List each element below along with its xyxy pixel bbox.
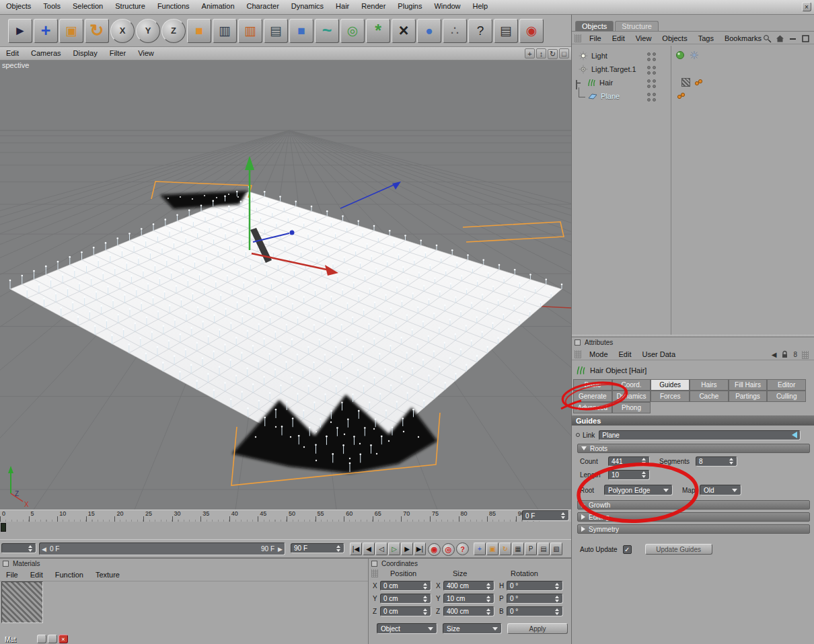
panel-grip-icon[interactable] (802, 351, 809, 359)
key-position-toggle[interactable]: + (474, 542, 486, 555)
history-back-icon[interactable]: ◀ (772, 351, 777, 358)
spinner[interactable] (554, 583, 560, 590)
collapsed-section-header[interactable]: Symmetry (577, 524, 810, 534)
position-input[interactable]: 0 cm (380, 594, 431, 604)
tab-basic[interactable]: Basic (573, 379, 612, 391)
materials-menu-item[interactable]: File (0, 569, 24, 581)
rotate-view-icon[interactable]: ↻ (548, 49, 558, 59)
range-right-arrow-icon[interactable]: ▶ (278, 546, 283, 553)
map-dropdown[interactable]: Old (700, 485, 741, 495)
help-button[interactable]: ? (468, 19, 492, 43)
collapsed-section-header[interactable]: Growth (577, 500, 810, 510)
object-manager-menu-item[interactable]: Objects (657, 33, 692, 44)
spinner[interactable] (422, 608, 428, 615)
tree-row-hair[interactable]: Hair (587, 78, 613, 87)
spinner[interactable] (422, 596, 428, 602)
minus-icon[interactable] (788, 34, 797, 43)
menu-item[interactable]: Selection (67, 0, 109, 12)
visibility-dots[interactable] (647, 66, 656, 75)
live-selection-tool[interactable]: ► (8, 19, 32, 43)
viewport-camera-label[interactable]: spective (2, 61, 29, 69)
goto-start-button[interactable]: |◀ (350, 542, 362, 555)
rotation-input[interactable]: 0 ° (507, 594, 563, 604)
rotation-input[interactable]: 0 ° (507, 606, 563, 616)
ruler-frame-input[interactable]: 0 F (522, 510, 569, 521)
tab-culling[interactable]: Culling (767, 391, 806, 402)
materials-menu-item[interactable]: Function (49, 569, 89, 581)
count-input[interactable]: 441 (608, 456, 650, 467)
size-input[interactable]: 10 cm (443, 594, 494, 604)
auto-update-checkbox[interactable]: ✓ (623, 545, 632, 554)
tree-row-plane[interactable]: Plane (588, 91, 620, 101)
spinner[interactable] (335, 545, 341, 552)
menu-item[interactable]: Render (355, 0, 392, 12)
menu-item[interactable]: Animation (196, 0, 241, 12)
rotate-tool[interactable]: ↻ (85, 19, 109, 43)
layout-button[interactable]: ▤ (494, 19, 518, 43)
hair-tag-icon[interactable] (694, 78, 703, 87)
play-button[interactable]: ▷ (388, 542, 400, 555)
x-axis-lock[interactable]: X (110, 19, 135, 43)
timeline-ruler[interactable]: 051015202530354045505560657075808590 (0, 510, 571, 522)
render-settings-button[interactable]: ▤ (264, 19, 288, 43)
viewport-menu-item[interactable]: Display (67, 47, 104, 59)
menu-item[interactable]: Structure (109, 0, 151, 12)
tab-generate[interactable]: Generate (573, 391, 612, 402)
panel-grip-icon[interactable] (371, 569, 378, 577)
menu-item[interactable]: Objects (0, 0, 37, 12)
lens-tag-icon[interactable] (675, 50, 685, 60)
spinner[interactable] (554, 596, 560, 602)
add-deformer-object[interactable]: × (392, 19, 416, 43)
tab-cache[interactable]: Cache (690, 391, 729, 402)
spinner[interactable] (728, 458, 734, 465)
goto-end-button[interactable]: ▶| (414, 542, 426, 555)
menu-item[interactable]: Tools (37, 0, 67, 12)
ik-toggle[interactable]: ▧ (550, 542, 562, 555)
target-tag-icon[interactable] (690, 50, 699, 60)
tab-phong[interactable]: Phong (612, 402, 651, 413)
visibility-dots[interactable] (647, 93, 656, 102)
add-cube-object[interactable]: ■ (289, 19, 313, 43)
tab-dynamics[interactable]: Dynamics (612, 391, 651, 402)
spinner[interactable] (485, 596, 491, 602)
minimize-icon[interactable] (37, 635, 46, 643)
perspective-viewport[interactable]: ZX spective (0, 61, 571, 510)
timeline-marker-strip[interactable] (0, 522, 571, 539)
tab-forces[interactable]: Forces (651, 391, 690, 402)
tab-advanced[interactable]: Advanced (573, 402, 612, 413)
spinner[interactable] (640, 471, 646, 478)
display-filter-button[interactable]: ◉ (519, 19, 544, 43)
maximize-icon[interactable] (801, 34, 810, 43)
add-particles-object[interactable]: ∴ (443, 19, 467, 43)
key-pla-toggle[interactable]: P (525, 542, 537, 555)
search-icon[interactable] (763, 34, 772, 43)
length-input[interactable]: 10 (608, 470, 650, 480)
spinner[interactable] (560, 512, 566, 519)
tab-fill-hairs[interactable]: Fill Hairs (729, 379, 768, 391)
position-input[interactable]: 0 cm (380, 581, 431, 591)
viewport-menu-item[interactable]: Cameras (25, 47, 67, 59)
tab-editor[interactable]: Editor (767, 379, 806, 391)
move-tool[interactable]: + (34, 19, 58, 43)
viewport-menu-item[interactable]: Filter (104, 47, 132, 59)
spinner[interactable] (27, 545, 33, 552)
close-panel-icon[interactable]: × (59, 635, 68, 643)
size-input[interactable]: 400 cm (443, 581, 494, 591)
viewport-menu-item[interactable]: Edit (0, 47, 25, 59)
level-badge[interactable]: 8 (793, 351, 797, 358)
range-left-arrow-icon[interactable]: ◀ (42, 546, 46, 553)
object-dropdown[interactable]: Object (377, 623, 437, 634)
tab-coord[interactable]: Coord. (612, 379, 651, 391)
object-manager-menu-item[interactable]: Edit (607, 33, 630, 44)
menu-item[interactable]: Character (241, 0, 285, 12)
add-modeling-object[interactable]: * (366, 19, 390, 43)
collapse-expander-icon[interactable] (576, 80, 577, 89)
tab-hairs[interactable]: Hairs (690, 379, 729, 391)
viewport-menu-item[interactable]: View (132, 47, 160, 59)
home-icon[interactable] (776, 34, 784, 43)
object-manager-menu-item[interactable]: View (630, 33, 657, 44)
spinner[interactable] (422, 583, 428, 590)
pan-view-icon[interactable]: + (525, 48, 535, 58)
size-input[interactable]: 400 cm (443, 606, 494, 616)
key-parameter-toggle[interactable]: ▦ (512, 542, 524, 555)
